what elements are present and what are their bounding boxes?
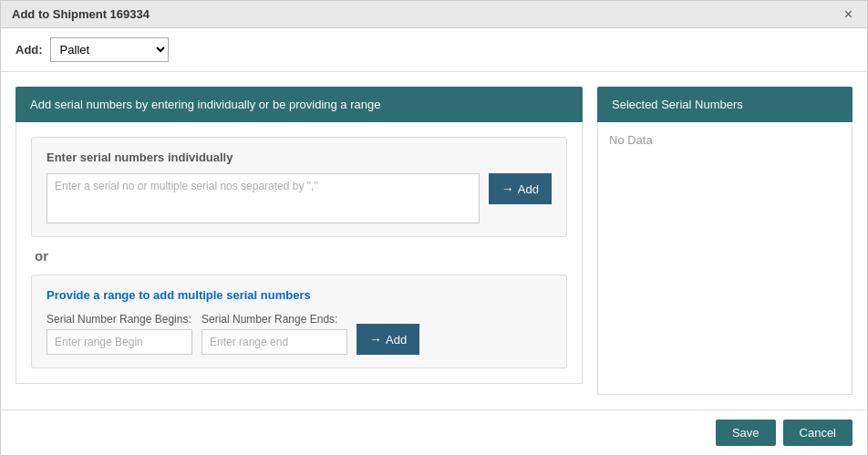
left-panel-header: Add serial numbers by entering individua… [16,87,583,122]
cancel-button[interactable]: Cancel [783,420,852,446]
close-button[interactable]: × [841,7,856,22]
range-add-button[interactable]: → Add [356,324,419,355]
individual-section: Enter serial numbers individually → Add [31,137,567,237]
range-add-label: Add [386,333,407,347]
individual-input-row: → Add [46,173,552,223]
right-panel: Selected Serial Numbers No Data [597,87,852,395]
individual-add-button[interactable]: → Add [489,173,552,204]
range-ends-field: Serial Number Range Ends: [202,313,347,355]
range-section-title: Provide a range to add multiple serial n… [46,288,552,302]
dialog-title: Add to Shipment 169334 [12,7,150,21]
dialog-footer: Save Cancel [1,409,867,455]
right-panel-content: No Data [597,122,852,395]
range-ends-input[interactable] [202,329,347,355]
dialog-body: Add serial numbers by entering individua… [1,72,867,409]
dialog-header: Add to Shipment 169334 × [1,1,867,28]
range-begins-label: Serial Number Range Begins: [46,313,192,326]
range-inputs-row: Serial Number Range Begins: Serial Numbe… [46,313,552,355]
range-section: Provide a range to add multiple serial n… [31,275,567,368]
right-panel-header: Selected Serial Numbers [597,87,852,122]
add-type-select[interactable]: Pallet Item Box [50,37,169,62]
no-data-text: No Data [609,133,653,147]
or-divider: or [31,248,567,264]
individual-add-label: Add [518,182,539,196]
individual-section-title: Enter serial numbers individually [46,150,552,164]
add-to-shipment-dialog: Add to Shipment 169334 × Add: Pallet Ite… [0,0,868,456]
range-begins-input[interactable] [46,329,192,355]
range-begins-field: Serial Number Range Begins: [46,313,192,355]
add-label: Add: [16,43,43,57]
dialog-subheader: Add: Pallet Item Box [1,28,867,72]
range-ends-label: Serial Number Range Ends: [202,313,347,326]
save-button[interactable]: Save [716,420,776,446]
serial-numbers-textarea[interactable] [46,173,480,223]
left-panel: Add serial numbers by entering individua… [16,87,583,395]
range-arrow-icon: → [369,332,382,347]
arrow-icon: → [501,181,514,196]
